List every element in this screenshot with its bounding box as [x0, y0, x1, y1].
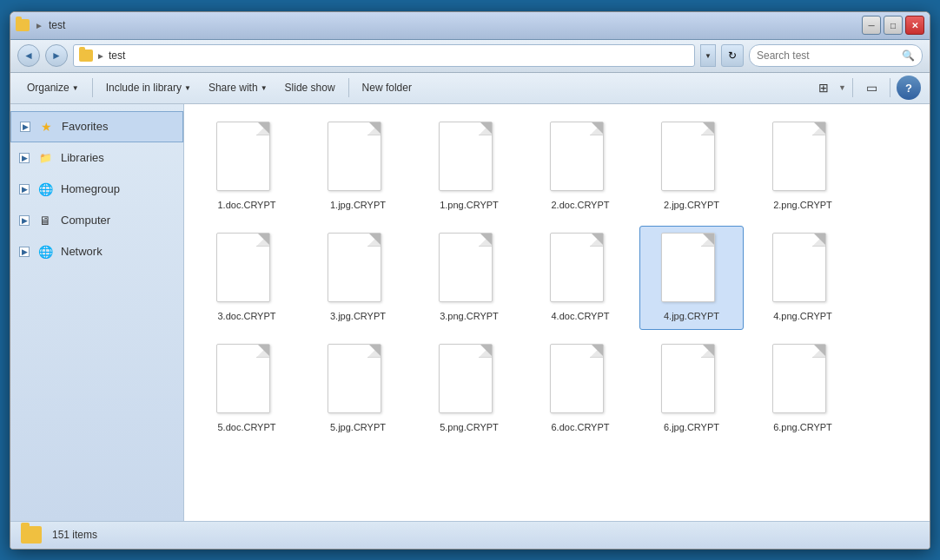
network-label: Network — [61, 245, 103, 258]
maximize-button[interactable]: □ — [884, 16, 903, 35]
file-name-label: 6.doc.CRYPT — [551, 421, 609, 433]
document-page-icon — [550, 344, 604, 413]
view-dropdown-arrow[interactable]: ▼ — [838, 83, 846, 92]
search-icon[interactable]: 🔍 — [902, 49, 915, 62]
include-in-library-label: Include in library — [106, 82, 182, 94]
file-icon-wrapper — [772, 122, 833, 195]
file-item[interactable]: 2.png.CRYPT — [751, 115, 855, 219]
breadcrumb-bar[interactable]: ► test — [73, 44, 695, 67]
document-page-icon — [439, 233, 493, 302]
file-icon-wrapper — [328, 344, 388, 418]
organize-dropdown-icon: ▼ — [72, 84, 79, 92]
file-name-label: 3.png.CRYPT — [440, 310, 499, 322]
file-item[interactable]: 5.doc.CRYPT — [195, 337, 299, 441]
share-with-button[interactable]: Share with ▼ — [201, 76, 275, 100]
organize-button[interactable]: Organize ▼ — [19, 76, 87, 100]
file-name-label: 6.png.CRYPT — [773, 421, 832, 433]
file-name-label: 1.doc.CRYPT — [217, 199, 275, 211]
sidebar-item-network[interactable]: ▶ 🌐 Network — [10, 236, 183, 267]
file-item[interactable]: 2.doc.CRYPT — [528, 115, 632, 219]
forward-button[interactable]: ► — [45, 44, 68, 67]
search-box: 🔍 — [749, 44, 923, 67]
sidebar-item-homegroup[interactable]: ▶ 🌐 Homegroup — [10, 174, 183, 205]
libraries-label: Libraries — [61, 151, 104, 164]
file-item[interactable]: 6.doc.CRYPT — [528, 337, 632, 441]
close-button[interactable]: ✕ — [905, 16, 924, 35]
toolbar: Organize ▼ Include in library ▼ Share wi… — [10, 73, 930, 104]
organize-label: Organize — [27, 82, 70, 94]
file-grid: 1.doc.CRYPT1.jpg.CRYPT1.png.CRYPT2.doc.C… — [184, 104, 930, 521]
back-button[interactable]: ◄ — [17, 44, 40, 67]
file-item[interactable]: 5.jpg.CRYPT — [306, 337, 410, 441]
status-folder-icon — [21, 526, 42, 544]
search-input[interactable] — [757, 49, 898, 62]
homegroup-expand-icon[interactable]: ▶ — [19, 184, 30, 194]
libraries-expand-icon[interactable]: ▶ — [19, 153, 30, 163]
new-folder-button[interactable]: New folder — [354, 76, 420, 100]
main-area: ▶ ★ Favorites ▶ 📁 Libraries ▶ 🌐 Homegrou… — [10, 104, 930, 521]
toolbar-separator-2 — [348, 78, 349, 97]
document-page-icon — [772, 122, 826, 191]
sidebar: ▶ ★ Favorites ▶ 📁 Libraries ▶ 🌐 Homegrou… — [10, 104, 184, 521]
file-icon-wrapper — [661, 122, 722, 195]
computer-label: Computer — [61, 214, 110, 227]
toolbar-separator-3 — [852, 78, 853, 97]
breadcrumb-folder-icon — [79, 49, 93, 62]
file-item[interactable]: 1.doc.CRYPT — [195, 115, 299, 219]
file-icon-wrapper — [216, 344, 277, 418]
file-item[interactable]: 3.png.CRYPT — [417, 226, 521, 330]
computer-expand-icon[interactable]: ▶ — [19, 215, 30, 226]
file-icon-wrapper — [216, 122, 277, 195]
file-item[interactable]: 4.jpg.CRYPT — [639, 226, 744, 330]
computer-icon: 🖥 — [36, 212, 54, 229]
file-icon-wrapper — [439, 344, 500, 418]
window-controls: ─ □ ✕ — [862, 16, 924, 35]
file-item[interactable]: 3.doc.CRYPT — [195, 226, 299, 330]
document-page-icon — [661, 122, 715, 191]
include-in-library-button[interactable]: Include in library ▼ — [98, 76, 199, 100]
document-page-icon — [661, 233, 715, 302]
file-item[interactable]: 3.jpg.CRYPT — [306, 226, 410, 330]
refresh-button[interactable]: ↻ — [721, 44, 744, 67]
help-button[interactable]: ? — [897, 76, 921, 100]
item-count: 151 items — [52, 529, 97, 541]
view-options-button[interactable]: ⊞ — [811, 76, 836, 100]
file-item[interactable]: 2.jpg.CRYPT — [639, 115, 744, 219]
include-dropdown-icon: ▼ — [184, 84, 191, 92]
file-item[interactable]: 4.png.CRYPT — [751, 226, 855, 330]
file-item[interactable]: 5.png.CRYPT — [417, 337, 521, 441]
document-page-icon — [328, 122, 381, 191]
file-item[interactable]: 1.jpg.CRYPT — [306, 115, 410, 219]
file-name-label: 2.doc.CRYPT — [551, 199, 609, 211]
address-dropdown-button[interactable]: ▼ — [700, 44, 716, 67]
file-item[interactable]: 4.doc.CRYPT — [528, 226, 632, 330]
sidebar-item-libraries[interactable]: ▶ 📁 Libraries — [10, 142, 183, 174]
sidebar-item-computer[interactable]: ▶ 🖥 Computer — [10, 205, 183, 236]
document-page-icon — [216, 344, 270, 413]
file-item[interactable]: 1.png.CRYPT — [417, 115, 521, 219]
document-page-icon — [328, 233, 381, 302]
file-name-label: 3.jpg.CRYPT — [330, 310, 386, 322]
favorites-icon: ★ — [37, 118, 55, 135]
libraries-icon: 📁 — [36, 149, 54, 167]
document-page-icon — [439, 122, 493, 191]
file-item[interactable]: 6.jpg.CRYPT — [639, 337, 744, 441]
explorer-window: ► test ─ □ ✕ ◄ ► ► test ▼ ↻ 🔍 Organize ▼ — [10, 11, 930, 550]
preview-pane-button[interactable]: ▭ — [859, 76, 884, 100]
status-bar: 151 items — [10, 521, 930, 549]
document-page-icon — [772, 233, 826, 302]
file-name-label: 3.doc.CRYPT — [217, 310, 275, 322]
network-expand-icon[interactable]: ▶ — [19, 247, 30, 257]
slide-show-button[interactable]: Slide show — [277, 76, 343, 100]
address-bar: ◄ ► ► test ▼ ↻ 🔍 — [10, 40, 930, 73]
breadcrumb-folder-name: test — [109, 49, 125, 62]
file-icon-wrapper — [328, 233, 388, 306]
sidebar-item-favorites[interactable]: ▶ ★ Favorites — [10, 111, 183, 142]
favorites-expand-icon[interactable]: ▶ — [20, 122, 30, 132]
file-icon-wrapper — [216, 233, 277, 306]
homegroup-label: Homegroup — [61, 182, 120, 195]
breadcrumb-separator: ► — [96, 51, 105, 61]
toolbar-separator-4 — [890, 78, 890, 97]
file-item[interactable]: 6.png.CRYPT — [751, 337, 855, 441]
minimize-button[interactable]: ─ — [862, 16, 881, 35]
